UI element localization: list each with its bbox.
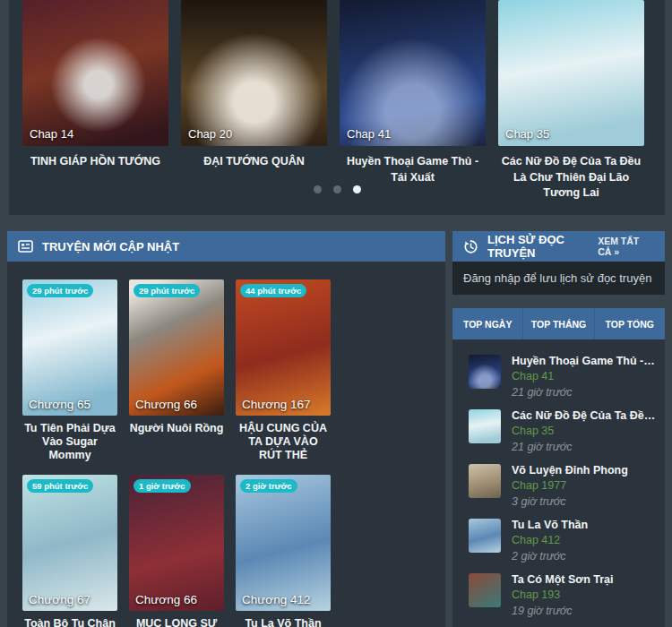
comic-thumbnail[interactable] [469,464,501,498]
chapter-label: Chương 167 [242,398,310,411]
ranking-item-meta: Các Nữ Đồ Đệ Của Ta Đều Là Chư... Chap 3… [512,409,656,453]
comic-title[interactable]: TINH GIÁP HỒN TƯỚNG [22,154,168,170]
history-clock-icon [463,239,478,254]
comic-title[interactable]: Tu Tiên Phải Dựa Vào Sugar Mommy [22,422,117,462]
chapter-label[interactable]: Chap 35 [512,425,656,437]
carousel-items: Chap 14 TINH GIÁP HỒN TƯỚNG Chap 20 ĐẠI … [9,0,665,202]
tab-top-month[interactable]: TOP THÁNG [523,308,594,339]
chapter-label: Chương 66 [135,398,197,411]
comic-thumbnail[interactable] [469,519,501,553]
ranking-item-4[interactable]: Tu La Võ Thần Chap 412 2 giờ trước [469,519,656,563]
spacer [452,295,665,308]
history-header: LỊCH SỬ ĐỌC TRUYỆN XEM TẤT CẢ » [452,231,665,262]
login-notice: Đăng nhập để lưu lịch sử đọc truyện [452,262,665,295]
ranking-item-1[interactable]: Huyền Thoại Game Thủ - Tái Xuất Chap 41 … [469,355,656,399]
updates-header: TRUYỆN MỚI CẬP NHẬT [7,231,445,262]
carousel-item-3[interactable]: Chap 41 Huyền Thoại Game Thủ - Tái Xuất [340,0,486,202]
comic-cover[interactable]: Chap 41 [340,0,486,146]
comic-cover[interactable]: Chap 14 [22,0,168,146]
comic-cover[interactable]: 59 phút trước Chương 67 [22,475,117,611]
chapter-label: Chương 66 [135,593,197,606]
comic-title[interactable]: HẬU CUNG CỦA TA DỰA VÀO RÚT THẺ [236,422,331,462]
chapter-label[interactable]: Chap 41 [512,370,656,382]
comic-title[interactable]: ĐẠI TƯỚNG QUÂN [181,154,327,170]
comic-title[interactable]: Huyền Thoại Game Thủ - Tái Xuất [340,154,486,185]
ranking-item-3[interactable]: Võ Luyện Đỉnh Phong Chap 1977 3 giờ trướ… [469,464,656,508]
comic-title[interactable]: Tu La Võ Thần [512,519,588,531]
comic-title[interactable]: Huyền Thoại Game Thủ - Tái Xuất [512,355,656,367]
comic-cover[interactable]: Chap 35 [498,0,644,146]
comic-card-3[interactable]: 44 phút trước Chương 167 HẬU CUNG CỦA TA… [236,279,331,462]
comic-thumbnail[interactable] [469,355,501,389]
carousel-dot-2[interactable] [333,185,341,193]
time-ago: 2 giờ trước [512,550,588,563]
chapter-label: Chap 14 [30,127,73,141]
carousel-item-4[interactable]: Chap 35 Các Nữ Đồ Đệ Của Ta Đều Là Chư T… [498,0,644,202]
ranking-tabs: TOP NGÀY TOP THÁNG TOP TỔNG [452,308,665,339]
ranking-item-meta: Võ Luyện Đỉnh Phong Chap 1977 3 giờ trướ… [512,464,628,508]
ranking-item-meta: Ta Có Một Sơn Trại Chap 193 19 giờ trước [512,573,614,617]
carousel-item-2[interactable]: Chap 20 ĐẠI TƯỚNG QUÂN [181,0,327,202]
comic-title[interactable]: Tu La Võ Thần [236,617,331,627]
comic-site-page: Chap 14 TINH GIÁP HỒN TƯỚNG Chap 20 ĐẠI … [0,0,672,627]
comic-title[interactable]: Các Nữ Đồ Đệ Của Ta Đều Là Chư... [512,409,656,422]
reading-history-widget: LỊCH SỬ ĐỌC TRUYỆN XEM TẤT CẢ » Đăng nhậ… [452,231,665,295]
comic-title[interactable]: Võ Luyện Đỉnh Phong [512,464,628,477]
ranking-item-5[interactable]: Ta Có Một Sơn Trại Chap 193 19 giờ trước [469,573,656,617]
comic-title[interactable]: Toàn Bộ Tu Chân Giới Muội Tử Muốn Bắt Ta [22,617,117,627]
chapter-label: Chap 35 [505,127,549,141]
time-ago: 21 giờ trước [512,386,656,399]
comic-thumbnail[interactable] [469,573,501,607]
comic-cover[interactable]: 29 phút trước Chương 65 [22,279,117,416]
time-badge: 29 phút trước [134,284,200,297]
comic-card-1[interactable]: 29 phút trước Chương 65 Tu Tiên Phải Dựa… [22,279,117,462]
updates-section: TRUYỆN MỚI CẬP NHẬT 29 phút trước Chương… [7,231,445,627]
comic-cover[interactable]: 44 phút trước Chương 167 [236,279,331,416]
ranking-item-meta: Tu La Võ Thần Chap 412 2 giờ trước [512,519,588,563]
time-ago: 19 giờ trước [512,605,614,617]
time-badge: 44 phút trước [240,284,306,297]
time-badge: 59 phút trước [27,479,93,493]
chapter-label[interactable]: Chap 1977 [512,479,628,492]
ranking-item-meta: Huyền Thoại Game Thủ - Tái Xuất Chap 41 … [512,355,656,399]
comic-thumbnail[interactable] [469,409,501,443]
updates-header-title: TRUYỆN MỚI CẬP NHẬT [42,240,179,253]
chapter-label: Chap 41 [347,127,391,141]
comic-card-2[interactable]: 29 phút trước Chương 66 Người Nuôi Rồng [129,279,224,462]
comic-title[interactable]: Các Nữ Đồ Đệ Của Ta Đều Là Chư Thiên Đại… [498,154,644,202]
view-all-link[interactable]: XEM TẤT CẢ » [598,236,654,257]
chapter-label[interactable]: Chap 193 [512,588,614,601]
carousel-dot-1[interactable] [314,185,322,193]
tab-top-total[interactable]: TOP TỔNG [595,308,665,339]
chapter-label: Chương 412 [242,593,310,606]
updates-grid: 29 phút trước Chương 65 Tu Tiên Phải Dựa… [7,262,445,627]
carousel-pagination [9,185,665,193]
carousel-item-1[interactable]: Chap 14 TINH GIÁP HỒN TƯỚNG [22,0,168,202]
comic-card-6[interactable]: 2 giờ trước Chương 412 Tu La Võ Thần [236,475,331,627]
comic-card-4[interactable]: 59 phút trước Chương 67 Toàn Bộ Tu Chân … [22,475,117,627]
comic-cover[interactable]: 29 phút trước Chương 66 [129,279,224,416]
featured-carousel: Chap 14 TINH GIÁP HỒN TƯỚNG Chap 20 ĐẠI … [9,0,665,215]
comic-title[interactable]: Ta Có Một Sơn Trại [512,573,614,586]
comic-cover[interactable]: 1 giờ trước Chương 66 [129,475,224,611]
comic-title[interactable]: MỤC LONG SƯ [129,617,224,627]
comic-title[interactable]: Người Nuôi Rồng [129,422,224,449]
history-header-title: LỊCH SỬ ĐỌC TRUYỆN [487,233,598,260]
comic-card-5[interactable]: 1 giờ trước Chương 66 MỤC LONG SƯ [129,475,224,627]
time-badge: 29 phút trước [27,284,93,297]
newspaper-icon [18,240,33,253]
time-ago: 21 giờ trước [512,441,656,453]
chapter-label: Chap 20 [188,127,232,141]
chapter-label: Chương 67 [29,593,90,606]
chapter-label[interactable]: Chap 412 [512,534,588,546]
content-columns: TRUYỆN MỚI CẬP NHẬT 29 phút trước Chương… [7,231,665,627]
comic-cover[interactable]: 2 giờ trước Chương 412 [236,475,331,611]
time-badge: 2 giờ trước [240,479,297,493]
chapter-label: Chương 65 [29,398,90,411]
tab-top-day[interactable]: TOP NGÀY [452,308,523,339]
comic-cover[interactable]: Chap 20 [181,0,327,146]
sidebar: LỊCH SỬ ĐỌC TRUYỆN XEM TẤT CẢ » Đăng nhậ… [452,231,665,627]
ranking-item-2[interactable]: Các Nữ Đồ Đệ Của Ta Đều Là Chư... Chap 3… [469,409,656,453]
ranking-list: Huyền Thoại Game Thủ - Tái Xuất Chap 41 … [452,339,665,627]
carousel-dot-3-active[interactable] [353,185,361,193]
